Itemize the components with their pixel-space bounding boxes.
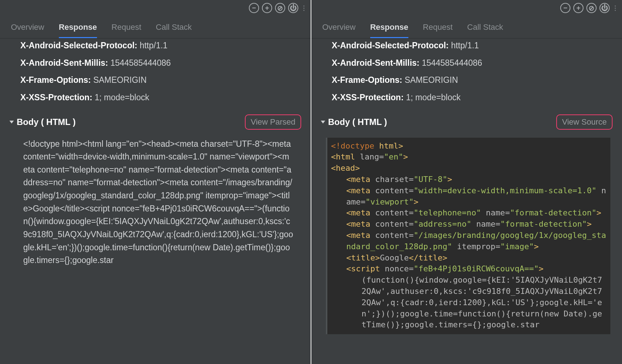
view-source-button[interactable]: View Source: [556, 114, 613, 130]
code-line: <meta content="width=device-width,minimu…: [331, 185, 607, 208]
header-key: X-Android-Selected-Protocol:: [20, 41, 137, 50]
power-icon[interactable]: ⏻: [599, 3, 610, 13]
body-section: Body ( HTML ) View Parsed <!doctype html…: [0, 114, 311, 267]
header-value: 1544585444086: [110, 58, 171, 68]
body-code: <!doctype html> <html lang="en"> <head> …: [326, 138, 610, 335]
body-section: Body ( HTML ) View Source <!doctype html…: [311, 114, 622, 335]
minus-icon[interactable]: −: [560, 3, 570, 13]
tab-overview[interactable]: Overview: [11, 23, 44, 38]
toolbar: − + ⊘ ⏻: [311, 0, 622, 16]
header-selected-protocol: X-Android-Selected-Protocol: http/1.1: [311, 37, 622, 54]
code-line: <meta content="address=no" name="format-…: [331, 219, 607, 230]
header-key: X-Android-Selected-Protocol:: [332, 41, 449, 50]
code-line: <title>Google</title>: [331, 252, 607, 264]
panel-right: − + ⊘ ⏻ Overview Response Request Call S…: [311, 0, 622, 364]
header-sent-millis: X-Android-Sent-Millis: 1544585444086: [311, 54, 622, 72]
header-sent-millis: X-Android-Sent-Millis: 1544585444086: [0, 54, 311, 72]
tab-response[interactable]: Response: [370, 23, 408, 38]
slash-icon[interactable]: ⊘: [586, 3, 597, 13]
body-title-row: Body ( HTML ) View Source: [322, 114, 615, 130]
header-value: SAMEORIGIN: [405, 75, 458, 85]
header-xss-protection: X-XSS-Protection: 1; mode=block: [0, 89, 311, 106]
body-title[interactable]: Body ( HTML ): [10, 117, 76, 127]
header-value: 1; mode=block: [406, 93, 460, 102]
header-key: X-Android-Sent-Millis:: [332, 58, 419, 68]
header-value: http/1.1: [140, 41, 167, 50]
header-value: http/1.1: [451, 41, 479, 50]
header-xss-protection: X-XSS-Protection: 1; mode=block: [311, 89, 622, 106]
tabs: Overview Response Request Call Stack: [311, 16, 622, 39]
toolbar: − + ⊘ ⏻: [0, 0, 311, 16]
header-value: 1; mode=block: [94, 93, 149, 102]
disclosure-triangle-icon: [9, 121, 14, 124]
header-value: 1544585444086: [422, 58, 482, 68]
view-parsed-button[interactable]: View Parsed: [245, 114, 301, 130]
body-title-row: Body ( HTML ) View Parsed: [10, 114, 303, 130]
panel-left: − + ⊘ ⏻ Overview Response Request Call S…: [0, 0, 311, 364]
tab-callstack[interactable]: Call Stack: [156, 23, 192, 38]
body-title-text: Body ( HTML ): [328, 117, 387, 127]
code-line: <html lang="en">: [331, 151, 607, 163]
body-raw: <!doctype html><html lang="en"><head><me…: [23, 138, 293, 267]
more-icon[interactable]: [302, 3, 306, 13]
header-frame-options: X-Frame-Options: SAMEORIGIN: [0, 72, 311, 89]
plus-icon[interactable]: +: [262, 3, 272, 13]
header-key: X-Android-Sent-Millis:: [20, 58, 108, 68]
header-key: X-Frame-Options:: [20, 75, 91, 85]
disclosure-triangle-icon: [321, 121, 325, 124]
code-line: <!doctype html>: [331, 141, 607, 152]
tab-request[interactable]: Request: [423, 23, 453, 38]
tab-callstack[interactable]: Call Stack: [467, 23, 503, 38]
more-icon[interactable]: [613, 3, 617, 13]
body-title-text: Body ( HTML ): [17, 117, 76, 127]
plus-icon[interactable]: +: [573, 3, 583, 13]
code-line: <head>: [331, 163, 607, 174]
code-line: <meta content="/images/branding/googleg/…: [331, 230, 607, 252]
header-key: X-XSS-Protection:: [20, 93, 92, 102]
slash-icon[interactable]: ⊘: [275, 3, 285, 13]
header-key: X-XSS-Protection:: [332, 93, 404, 102]
content: X-Android-Selected-Protocol: http/1.1 X-…: [311, 37, 622, 334]
header-frame-options: X-Frame-Options: SAMEORIGIN: [311, 72, 622, 89]
power-icon[interactable]: ⏻: [288, 3, 298, 13]
header-value: SAMEORIGIN: [93, 75, 147, 85]
header-key: X-Frame-Options:: [332, 75, 402, 85]
body-title[interactable]: Body ( HTML ): [322, 117, 387, 127]
code-line: (function(){window.google={kEI:'5IAQXJyV…: [331, 275, 607, 331]
code-line: <script nonce="feB+4Pj01s0iRCW6couvqA=="…: [331, 263, 607, 275]
tab-response[interactable]: Response: [59, 23, 97, 38]
minus-icon[interactable]: −: [249, 3, 259, 13]
code-line: <meta charset="UTF-8">: [331, 174, 607, 185]
tabs: Overview Response Request Call Stack: [0, 16, 311, 39]
header-selected-protocol: X-Android-Selected-Protocol: http/1.1: [0, 37, 311, 54]
code-line: <meta content="telephone=no" name="forma…: [331, 207, 607, 219]
tab-request[interactable]: Request: [112, 23, 141, 38]
content: X-Android-Selected-Protocol: http/1.1 X-…: [0, 37, 311, 267]
tab-overview[interactable]: Overview: [322, 23, 356, 38]
